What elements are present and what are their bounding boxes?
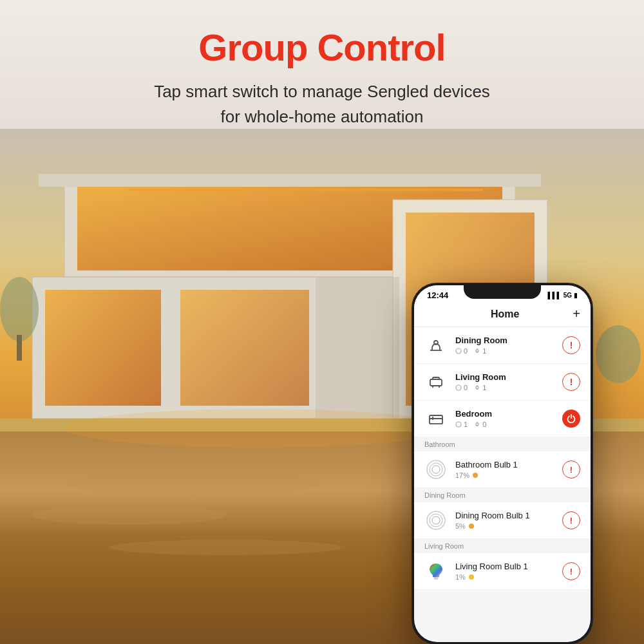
living-stat2: 1 <box>474 384 486 392</box>
svg-point-28 <box>456 385 461 390</box>
subtitle: Tap smart switch to manage Sengled devic… <box>0 79 644 129</box>
dining-bulb1-status: 5% <box>455 522 554 530</box>
dining-stat1: 0 <box>455 347 468 355</box>
svg-rect-8 <box>180 290 309 406</box>
room-item-living[interactable]: Living Room 0 1 <box>414 364 591 401</box>
dining-stat2: 1 <box>474 347 486 355</box>
signal-icon: ▌▌▌ <box>547 292 561 299</box>
svg-marker-19 <box>316 277 399 419</box>
svg-rect-25 <box>430 379 442 386</box>
bedroom-stat2-val: 0 <box>482 421 486 428</box>
living-stat2-val: 1 <box>482 384 486 392</box>
bedroom-stat1-val: 1 <box>464 421 468 428</box>
living-bulb1-status: 1% <box>455 573 554 581</box>
svg-point-15 <box>64 470 322 496</box>
dining-bulb-icon <box>424 509 448 532</box>
living-stat1: 0 <box>455 384 468 392</box>
living-room-icon <box>424 370 448 393</box>
svg-point-24 <box>476 350 478 352</box>
living-stat1-val: 0 <box>464 384 468 392</box>
living-brightness: 1% <box>455 573 466 581</box>
status-time: 12:44 <box>427 290 448 300</box>
svg-point-37 <box>430 514 442 527</box>
svg-rect-40 <box>434 578 438 580</box>
svg-point-35 <box>432 466 440 473</box>
svg-point-13 <box>596 325 641 383</box>
bedroom-stat2: 0 <box>474 421 486 428</box>
bathroom-bulb1-status: 17% <box>455 471 554 479</box>
subtitle-line1: Tap smart switch to manage Sengled devic… <box>154 82 490 101</box>
status-icons: ▌▌▌ 5G ▮ <box>547 292 578 299</box>
bedroom-icon <box>424 407 448 430</box>
dining-stat1-val: 0 <box>464 347 468 355</box>
svg-point-29 <box>476 386 478 389</box>
dining-room-name: Dining Room <box>455 336 554 345</box>
dining-room-stats: 0 1 <box>455 347 554 355</box>
header-section: Group Control Tap smart switch to manage… <box>0 0 644 129</box>
living-room-name: Living Room <box>455 372 554 382</box>
bathroom-bulb1-info: Bathroom Bulb 1 17% <box>455 460 554 479</box>
device-bathroom-bulb1[interactable]: Bathroom Bulb 1 17% ! <box>414 451 591 488</box>
svg-point-31 <box>456 422 461 427</box>
living-bulb-icon <box>424 560 448 583</box>
svg-point-32 <box>476 423 478 426</box>
section-living: Living Room <box>414 539 591 553</box>
battery-icon: ▮ <box>574 292 578 299</box>
add-home-button[interactable]: + <box>573 307 580 321</box>
svg-rect-39 <box>433 577 439 578</box>
room-item-bedroom[interactable]: Bedroom 1 0 <box>414 401 591 437</box>
bathroom-bulb1-alert[interactable]: ! <box>562 460 580 478</box>
living-bulb1-name: Living Room Bulb 1 <box>455 562 554 571</box>
phone-screen: 12:44 ▌▌▌ 5G ▮ Home + <box>414 285 591 642</box>
bathroom-brightness: 17% <box>455 471 469 479</box>
subtitle-line2: for whole-home automation <box>220 107 423 126</box>
svg-point-20 <box>64 409 451 448</box>
svg-point-16 <box>32 506 225 525</box>
device-living-bulb1[interactable]: Living Room Bulb 1 1% ! <box>414 553 591 590</box>
bathroom-bulb1-name: Bathroom Bulb 1 <box>455 460 554 469</box>
svg-point-17 <box>109 540 341 555</box>
bedroom-info: Bedroom 1 0 <box>455 409 554 428</box>
section-bathroom: Bathroom <box>414 437 591 451</box>
bedroom-name: Bedroom <box>455 409 554 419</box>
dining-room-icon <box>424 334 448 357</box>
svg-rect-12 <box>17 335 22 361</box>
living-room-alert[interactable]: ! <box>562 373 580 391</box>
bathroom-bulb-icon <box>424 458 448 481</box>
main-title: Group Control <box>0 26 644 69</box>
section-dining: Dining Room <box>414 488 591 502</box>
bedroom-stat1: 1 <box>455 421 468 428</box>
room-item-dining[interactable]: Dining Room 0 1 <box>414 327 591 364</box>
svg-point-34 <box>430 463 442 476</box>
dining-status-dot <box>469 524 474 529</box>
living-room-info: Living Room 0 1 <box>455 372 554 392</box>
svg-rect-5 <box>39 174 541 187</box>
living-bulb1-alert[interactable]: ! <box>562 562 580 580</box>
phone-container: 12:44 ▌▌▌ 5G ▮ Home + <box>412 283 592 644</box>
living-room-stats: 0 1 <box>455 384 554 392</box>
dining-brightness: 5% <box>455 522 466 530</box>
dining-room-info: Dining Room 0 1 <box>455 336 554 355</box>
dining-bulb1-info: Dining Room Bulb 1 5% <box>455 511 554 530</box>
svg-point-23 <box>456 348 461 354</box>
room-list: Dining Room 0 1 <box>414 327 591 437</box>
dining-room-alert[interactable]: ! <box>562 336 580 354</box>
bedroom-stats: 1 0 <box>455 421 554 428</box>
app-title: Home <box>437 308 573 320</box>
network-label: 5G <box>564 292 572 299</box>
dining-bulb1-alert[interactable]: ! <box>562 511 580 529</box>
living-bulb1-info: Living Room Bulb 1 1% <box>455 562 554 581</box>
device-dining-bulb1[interactable]: Dining Room Bulb 1 5% ! <box>414 502 591 539</box>
svg-point-11 <box>0 277 39 341</box>
phone-notch <box>464 283 541 299</box>
dining-stat2-val: 1 <box>482 347 486 355</box>
living-status-dot <box>469 574 474 580</box>
page-wrapper: Group Control Tap smart switch to manage… <box>0 0 644 644</box>
dining-bulb1-name: Dining Room Bulb 1 <box>455 511 554 520</box>
phone-body: 12:44 ▌▌▌ 5G ▮ Home + <box>412 283 592 644</box>
app-header: Home + <box>414 303 591 327</box>
bathroom-status-dot <box>473 473 478 478</box>
svg-point-38 <box>432 516 440 524</box>
bedroom-power[interactable] <box>562 410 580 428</box>
svg-rect-7 <box>45 290 161 406</box>
